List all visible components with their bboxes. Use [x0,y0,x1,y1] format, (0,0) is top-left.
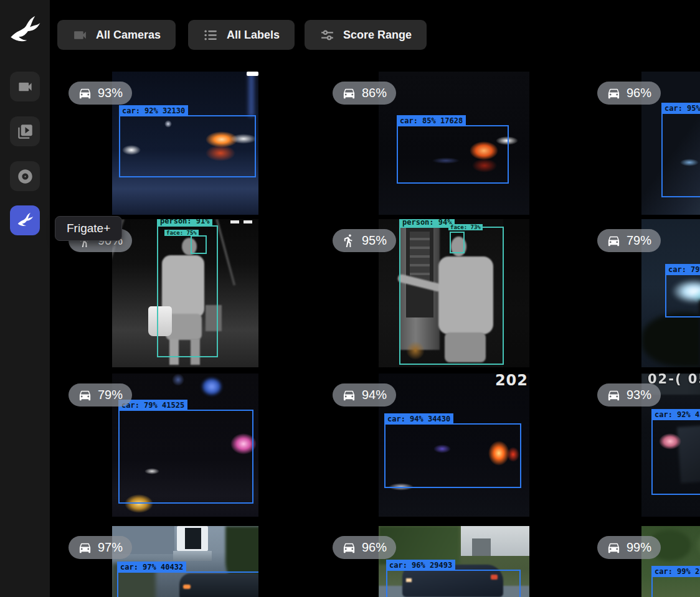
score-text: 97% [98,540,123,555]
car-icon [607,540,621,555]
detection-snapshot[interactable]: car: 97% 40432 [112,526,258,597]
score-badge: 79% [597,229,661,252]
list-icon [203,27,219,43]
detection-snapshot[interactable]: car: 79% 41525 [112,374,258,517]
bounding-box-label: car: 95% 45260 [661,103,700,114]
car-icon [78,540,92,555]
detection-bounding-box: person: 91% [157,225,218,357]
detection-bounding-box: car: 96% 29493 [386,570,521,597]
score-badge: 94% [333,383,396,407]
score-text: 86% [362,86,387,100]
score-text: 93% [627,388,651,402]
frigate-logo[interactable] [9,15,41,47]
score-badge: 86% [333,82,396,105]
video-library-icon [17,123,34,140]
bounding-box-label: person: 91% [157,219,212,227]
detection-card[interactable]: car: 85% 17628 86% [324,72,588,215]
detection-card[interactable]: car: 96% 29493 96% [324,526,588,597]
bounding-box-label: car: 97% 40432 [117,562,186,573]
camera-timestamp-overlay: 02-( 05 ( [648,374,700,387]
score-badge: 99% [597,536,661,559]
score-text: 96% [627,86,651,100]
score-text: 93% [98,86,123,100]
score-badge: 95% [333,229,396,252]
score-text: 96% [362,540,387,555]
filter-label: All Cameras [96,29,161,42]
detection-card[interactable]: car: 79% 41525 79% [60,374,324,517]
bounding-box-label: car: 85% 17628 [397,115,466,126]
detection-card[interactable]: 202 car: 94% 34430 94% [324,374,588,517]
detection-bounding-box: car: 94% 34430 [384,423,521,488]
detection-bounding-box: car: 99% 25 [651,576,700,597]
car-icon [607,388,621,402]
score-text: 79% [627,233,651,248]
score-badge: 79% [69,383,132,407]
detection-card[interactable]: car: 79% 79% [589,219,700,367]
bounding-box-label: car: 79% [665,264,700,275]
detection-bounding-box: car: 95% 45260 [661,113,700,197]
detection-card[interactable]: car: 97% 40432 97% [60,526,324,597]
frigate-plus-tooltip: Frigate+ [55,216,122,241]
frigate-bird-icon [9,15,41,47]
frigate-bird-icon [17,212,34,229]
video-camera-icon [72,27,88,43]
car-icon [342,388,356,402]
score-text: 99% [627,540,651,555]
sidebar-item-frigate-plus[interactable] [10,205,40,235]
bounding-box-label: person: 94% [399,219,455,228]
detection-card[interactable]: face: 75% person: 91% 90% [60,219,324,367]
video-camera-icon [17,78,34,95]
detection-snapshot[interactable]: car: 92% 32130 [112,72,258,215]
car-icon [78,86,92,100]
detection-snapshot[interactable]: car: 85% 17628 [379,72,529,215]
tooltip-text: Frigate+ [67,222,110,235]
detection-bounding-box: car: 97% 40432 [117,571,258,597]
bounding-box-label: car: 99% 25 [651,566,700,577]
score-badge: 96% [333,536,396,559]
score-badge: 97% [69,536,132,559]
detection-card[interactable]: car: 92% 32130 93% [60,72,324,215]
car-icon [342,540,356,555]
all-cameras-filter-button[interactable]: All Cameras [57,20,176,50]
car-icon [607,86,621,100]
camera-timestamp-overlay: 202 [495,374,528,389]
detection-snapshot[interactable]: face: 75% person: 91% [112,219,258,367]
filter-label: Score Range [343,29,412,42]
bounding-box-label: car: 94% 34430 [384,413,453,425]
detection-bounding-box: car: 85% 17628 [397,125,509,184]
disc-icon [17,168,34,185]
car-icon [607,233,621,248]
detection-bounding-box: car: 79% [665,274,700,317]
score-badge: 93% [69,82,132,105]
bounding-box-label: car: 96% 29493 [386,560,455,571]
score-text: 79% [98,388,123,402]
score-range-filter-button[interactable]: Score Range [305,20,427,50]
detection-bounding-box: car: 92% 4218 [651,419,700,495]
face-box-label: face: 75% [164,230,199,236]
detection-snapshot[interactable]: 202 car: 94% 34430 [379,374,529,517]
detection-snapshot[interactable]: car: 96% 29493 [379,526,529,597]
sidebar-item-review[interactable] [10,116,40,146]
filter-label: All Labels [227,29,280,42]
detection-card[interactable]: 02-( 05 ( car: 92% 4218 93% [589,374,700,517]
detection-snapshot[interactable]: face: 73% person: 94% [379,219,529,367]
bounding-box-label: car: 92% 32130 [119,105,188,116]
detection-card[interactable]: face: 73% person: 94% 95% [324,219,588,367]
detection-card[interactable]: car: 99% 25 99% [589,526,700,597]
face-box-label: face: 73% [448,224,483,230]
person-icon [342,233,356,248]
sidebar-item-export[interactable] [10,161,40,191]
detection-bounding-box: person: 94% [399,227,504,365]
all-labels-filter-button[interactable]: All Labels [188,20,295,50]
score-text: 94% [362,388,387,402]
car-icon [342,86,356,100]
car-icon [78,388,92,402]
detection-bounding-box: car: 79% 41525 [118,410,253,504]
bounding-box-label: car: 92% 4218 [651,409,700,420]
score-badge: 93% [597,383,661,407]
detection-bounding-box: car: 92% 32130 [119,115,256,177]
sliders-icon [319,27,335,43]
score-badge: 96% [597,82,661,105]
sidebar-item-live[interactable] [10,72,40,101]
detection-card[interactable]: car: 95% 45260 96% [589,72,700,215]
